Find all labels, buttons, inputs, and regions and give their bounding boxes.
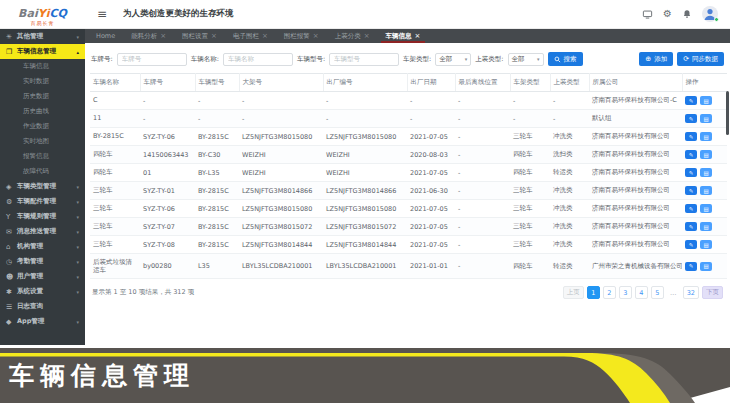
bell-icon[interactable] — [682, 9, 692, 19]
sidebar-item-label: 历史数据 — [23, 92, 49, 101]
sidebar-item-18[interactable]: ☰日志查询 — [0, 299, 85, 314]
edit-button[interactable]: ✎ — [685, 96, 697, 105]
upper-type-select[interactable]: 全部 ▾ — [508, 53, 544, 66]
page-button-5[interactable]: 5 — [651, 286, 664, 299]
vehicle-name-input[interactable] — [223, 53, 293, 66]
sidebar-item-label: 车辆信息管理 — [17, 47, 56, 56]
sidebar-item-19[interactable]: ◆App管理▾ — [0, 314, 85, 329]
edit-button[interactable]: ✎ — [685, 132, 697, 141]
page-button-3[interactable]: 3 — [619, 286, 632, 299]
actions-cell: ✎▤ — [682, 164, 727, 182]
chevron-down-icon: ▾ — [76, 34, 79, 40]
tab-2[interactable]: 围栏设置× — [174, 29, 225, 43]
detail-button[interactable]: ▤ — [700, 222, 712, 231]
sidebar-item-17[interactable]: ✱系统设置▾ — [0, 284, 85, 299]
sidebar-item-2[interactable]: 车辆信息 — [0, 59, 85, 74]
sidebar-item-11[interactable]: ⚙车辆配件管理▾ — [0, 194, 85, 209]
sidebar-item-3[interactable]: 实时数据 — [0, 74, 85, 89]
tab-4[interactable]: 围栏报警× — [276, 29, 327, 43]
page-button-4[interactable]: 4 — [635, 286, 648, 299]
detail-button[interactable]: ▤ — [700, 114, 712, 123]
company-slogan: 为人类创造更美好的生存环境 — [123, 8, 234, 20]
user-avatar[interactable] — [702, 6, 718, 22]
tab-5[interactable]: 上装分类× — [327, 29, 378, 43]
detail-button[interactable]: ▤ — [700, 262, 712, 271]
table-cell: 冲洗类 — [550, 128, 589, 146]
detail-button[interactable]: ▤ — [700, 132, 712, 141]
close-icon[interactable]: × — [415, 32, 421, 40]
close-icon[interactable]: × — [313, 32, 319, 40]
next-page-button[interactable]: 下页 — [702, 286, 723, 299]
vehicle-model-input[interactable] — [329, 53, 399, 66]
search-button[interactable]: 搜索 — [548, 52, 583, 66]
detail-button[interactable]: ▤ — [700, 186, 712, 195]
hamburger-menu-icon[interactable]: ≡ — [97, 7, 107, 21]
tab-label: 上装分类 — [335, 32, 361, 41]
sidebar-item-7[interactable]: 实时地图 — [0, 134, 85, 149]
gear-icon[interactable]: ⚙ — [663, 9, 672, 19]
sidebar-item-10[interactable]: ◈车辆类型管理▾ — [0, 179, 85, 194]
page-button-32[interactable]: 32 — [683, 286, 699, 299]
plate-label: 车牌号: — [91, 55, 113, 64]
actions-cell: ✎▤ — [682, 128, 727, 146]
sidebar-item-15[interactable]: ◷考勤管理▾ — [0, 254, 85, 269]
detail-button[interactable]: ▤ — [700, 96, 712, 105]
sidebar-item-9[interactable]: 故障代码 — [0, 164, 85, 179]
table-row: 三轮车SYZ-TY-01BY-2815CLZ5NJFTG3M8014866LZ5… — [90, 182, 727, 200]
pagination-bar: 显示第 1 至 10 项结果，共 312 项 上页12345…32下页 — [90, 286, 725, 299]
tab-1[interactable]: 能耗分析× — [123, 29, 174, 43]
prev-page-button[interactable]: 上页 — [563, 286, 584, 299]
vertical-scrollbar[interactable] — [726, 91, 729, 135]
detail-button[interactable]: ▤ — [700, 204, 712, 213]
footer-banner: 车辆信息管理 — [0, 345, 730, 403]
sidebar-item-13[interactable]: ✉消息推送管理▾ — [0, 224, 85, 239]
chevron-down-icon: ▾ — [537, 56, 540, 62]
detail-button[interactable]: ▤ — [700, 168, 712, 177]
close-icon[interactable]: × — [211, 32, 217, 40]
edit-button[interactable]: ✎ — [685, 186, 697, 195]
tab-0[interactable]: Home — [88, 29, 123, 43]
edit-button[interactable]: ✎ — [685, 114, 697, 123]
table-cell: 济南百易环保科技有限公司 — [589, 236, 682, 254]
close-icon[interactable]: × — [262, 32, 268, 40]
page-button-2[interactable]: 2 — [603, 286, 616, 299]
sidebar-item-12[interactable]: Y车辆规则管理▾ — [0, 209, 85, 224]
sidebar-item-1[interactable]: ❒车辆信息管理▴ — [0, 44, 85, 59]
sidebar-item-5[interactable]: 历史曲线 — [0, 104, 85, 119]
table-cell: - — [323, 110, 407, 128]
edit-button[interactable]: ✎ — [685, 222, 697, 231]
monitor-icon[interactable] — [642, 9, 653, 20]
sidebar-item-4[interactable]: 历史数据 — [0, 89, 85, 104]
sidebar-item-label: 历史曲线 — [23, 107, 49, 116]
page-button-1[interactable]: 1 — [587, 286, 600, 299]
edit-button[interactable]: ✎ — [685, 262, 697, 271]
add-button[interactable]: ⊕ 添加 — [639, 52, 673, 66]
plate-input[interactable] — [117, 53, 187, 66]
tab-3[interactable]: 电子围栏× — [225, 29, 276, 43]
detail-button[interactable]: ▤ — [700, 240, 712, 249]
table-cell: - — [455, 92, 510, 110]
table-row: 11--------默认组✎▤ — [90, 110, 727, 128]
column-header: 出厂编号 — [323, 74, 407, 92]
edit-button[interactable]: ✎ — [685, 150, 697, 159]
edit-button[interactable]: ✎ — [685, 240, 697, 249]
filter-bar: 车牌号: 车辆名称: 车辆型号: 车架类型: 全部 ▾ 上装类型: 全部 ▾ — [90, 48, 725, 70]
sidebar-item-8[interactable]: 报警信息 — [0, 149, 85, 164]
edit-button[interactable]: ✎ — [685, 204, 697, 213]
sync-data-button[interactable]: ⟳ 同步数据 — [677, 52, 724, 66]
tab-6[interactable]: 车辆信息× — [378, 29, 429, 43]
edit-button[interactable]: ✎ — [685, 168, 697, 177]
detail-button[interactable]: ▤ — [700, 150, 712, 159]
close-icon[interactable]: × — [364, 32, 370, 40]
frame-type-select[interactable]: 全部 ▾ — [435, 53, 471, 66]
sidebar-item-14[interactable]: ⌂机构管理▾ — [0, 239, 85, 254]
sidebar-item-label: 系统设置 — [17, 287, 43, 296]
sidebar-item-0[interactable]: ✳其他管理▾ — [0, 29, 85, 44]
chevron-down-icon: ▾ — [76, 184, 79, 190]
table-cell: - — [455, 200, 510, 218]
chevron-up-icon: ▴ — [76, 49, 79, 55]
close-icon[interactable]: × — [160, 32, 166, 40]
sidebar-item-16[interactable]: ☻用户管理▾ — [0, 269, 85, 284]
sidebar-item-6[interactable]: 作业数据 — [0, 119, 85, 134]
chevron-down-icon: ▾ — [465, 56, 468, 62]
